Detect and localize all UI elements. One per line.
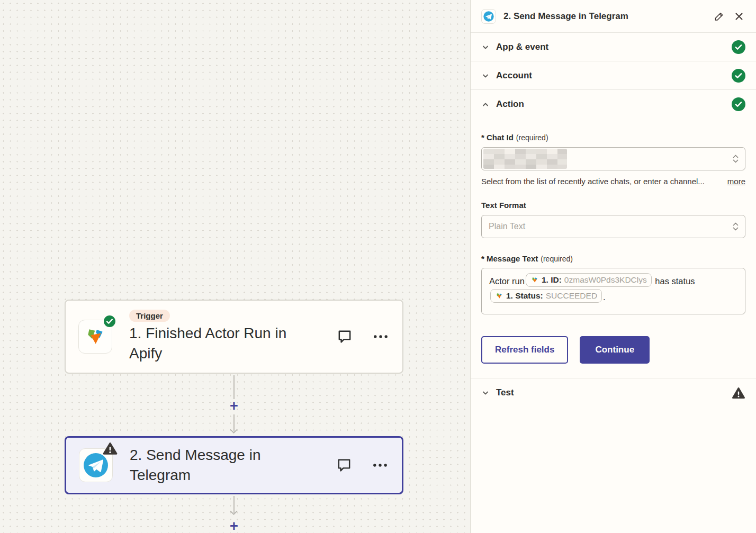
- panel-step-title: 2. Send Message in Telegram: [503, 11, 705, 22]
- section-label: Account: [496, 70, 532, 81]
- chevron-down-icon: [481, 43, 490, 51]
- rename-step-button[interactable]: [713, 10, 725, 23]
- ellipsis-icon: [373, 329, 389, 345]
- refresh-fields-button[interactable]: Refresh fields: [481, 336, 568, 364]
- chat-id-select[interactable]: [481, 147, 745, 170]
- chat-id-helper-text: Select from the list of recently active …: [481, 177, 727, 186]
- section-label: Action: [496, 99, 524, 110]
- zap-editor-canvas[interactable]: Trigger 1. Finished Actor Run in Apify +…: [0, 0, 470, 533]
- add-note-button[interactable]: [336, 328, 354, 346]
- close-icon: [734, 11, 744, 22]
- section-label: Test: [496, 387, 514, 398]
- text-format-value: Plain Text: [483, 222, 525, 231]
- message-text-suffix: .: [603, 292, 606, 302]
- select-chevrons-icon: [732, 221, 740, 232]
- trigger-step-title: 1. Finished Actor Run in Apify: [129, 323, 309, 364]
- message-text-label: * Message Text(required): [481, 254, 745, 263]
- section-test[interactable]: Test: [471, 378, 756, 407]
- section-app-event[interactable]: App & event: [471, 33, 756, 61]
- step-card-trigger[interactable]: Trigger 1. Finished Actor Run in Apify: [65, 300, 403, 374]
- pencil-icon: [714, 11, 724, 22]
- action-card-text: 2. Send Message in Telegram: [130, 445, 310, 485]
- more-link[interactable]: more: [727, 177, 745, 186]
- apify-app-icon: [78, 320, 112, 354]
- telegram-app-icon: [79, 448, 113, 482]
- chevron-up-icon: [481, 100, 490, 109]
- chat-id-label: * Chat Id(required): [481, 133, 745, 142]
- step-menu-button[interactable]: [371, 456, 389, 474]
- telegram-logo-icon: [483, 11, 494, 22]
- message-text-editor[interactable]: Actor run1. ID:0zmasW0Pds3KDClys has sta…: [481, 268, 745, 314]
- trigger-badge: Trigger: [129, 310, 170, 322]
- close-panel-button[interactable]: [733, 10, 745, 23]
- chevron-down-icon: [481, 71, 490, 80]
- telegram-app-icon-small: [481, 9, 496, 24]
- arrow-down-icon: [230, 510, 238, 515]
- action-step-title: 2. Send Message in Telegram: [130, 445, 310, 485]
- section-complete-check-icon: [732, 69, 745, 83]
- step-card-action-selected[interactable]: 2. Send Message in Telegram: [65, 436, 403, 494]
- add-note-button[interactable]: [335, 456, 353, 474]
- chat-id-redacted-value: [483, 149, 567, 169]
- continue-button[interactable]: Continue: [580, 336, 650, 364]
- add-step-button[interactable]: +: [226, 518, 242, 533]
- mapped-field-token-status[interactable]: 1. Status:SUCCEEDED: [490, 289, 602, 303]
- add-step-button[interactable]: +: [226, 398, 242, 414]
- text-format-label: Text Format: [481, 201, 745, 210]
- trigger-card-text: Trigger 1. Finished Actor Run in Apify: [129, 310, 309, 364]
- section-action[interactable]: Action: [471, 90, 756, 119]
- arrow-down-icon: [230, 429, 238, 433]
- message-text-middle: has status: [653, 276, 695, 286]
- chat-id-helper-row: Select from the list of recently active …: [481, 177, 745, 186]
- section-account[interactable]: Account: [471, 61, 756, 90]
- text-format-select[interactable]: Plain Text: [481, 215, 745, 238]
- connector-line: [233, 375, 235, 399]
- step-menu-button[interactable]: [372, 328, 390, 346]
- comment-bubble-icon: [337, 329, 353, 345]
- action-form: * Chat Id(required) Select from the list…: [471, 133, 756, 378]
- section-complete-check-icon: [732, 97, 745, 111]
- select-chevrons-icon: [732, 153, 740, 165]
- comment-bubble-icon: [336, 457, 352, 473]
- apify-logo-icon: [495, 292, 503, 300]
- step-settings-panel: 2. Send Message in Telegram App & event …: [470, 0, 756, 533]
- step-complete-check-icon: [103, 314, 116, 328]
- message-text-prefix: Actor run: [489, 276, 525, 286]
- apify-logo-icon: [530, 276, 539, 284]
- section-warning-icon: [732, 386, 745, 400]
- mapped-field-token-id[interactable]: 1. ID:0zmasW0Pds3KDClys: [526, 273, 652, 287]
- panel-header: 2. Send Message in Telegram: [471, 0, 756, 33]
- section-label: App & event: [496, 42, 548, 52]
- chevron-down-icon: [481, 389, 490, 397]
- ellipsis-icon: [372, 457, 388, 473]
- section-complete-check-icon: [732, 40, 745, 54]
- step-warning-icon: [102, 441, 118, 456]
